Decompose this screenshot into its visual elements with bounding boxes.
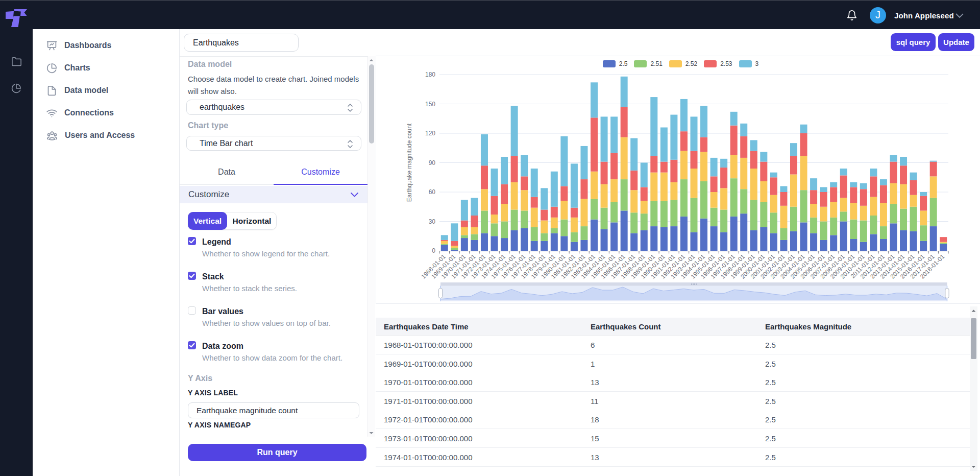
svg-text:120: 120 xyxy=(425,130,435,137)
svg-text:60: 60 xyxy=(429,188,436,196)
svg-text:180: 180 xyxy=(425,71,435,78)
svg-text:Earthquake magnitude count: Earthquake magnitude count xyxy=(406,123,413,202)
svg-text:150: 150 xyxy=(425,101,435,108)
svg-text:0: 0 xyxy=(432,247,435,254)
svg-text:30: 30 xyxy=(429,218,436,225)
svg-text:90: 90 xyxy=(429,159,436,166)
